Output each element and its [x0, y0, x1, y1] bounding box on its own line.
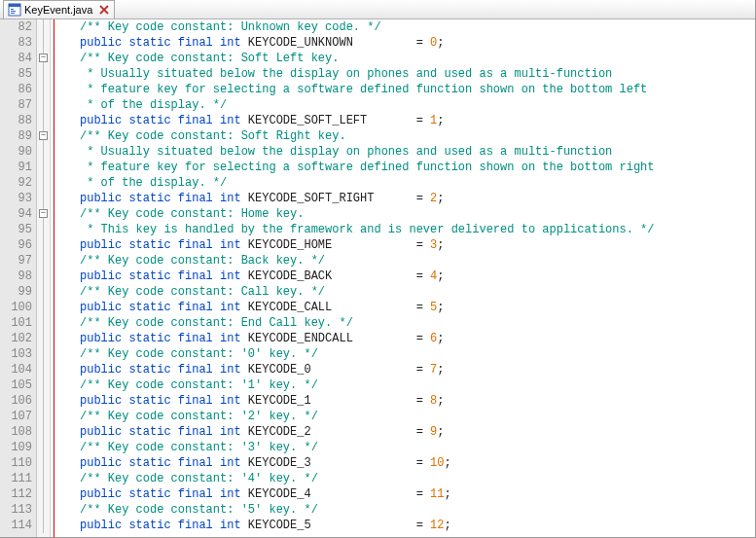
indent-margin — [54, 19, 78, 537]
token-punc: ; — [437, 269, 444, 283]
code-line[interactable]: public static final int KEYCODE_SOFT_LEF… — [80, 113, 755, 128]
tab-bar: KeyEvent.java — [0, 0, 755, 19]
code-line[interactable]: public static final int KEYCODE_UNKNOWN … — [80, 35, 755, 51]
line-number: 104 — [4, 362, 32, 377]
token-comment: /** Key code constant: '3' key. */ — [80, 441, 318, 454]
code-line[interactable]: * of the display. */ — [80, 97, 755, 113]
code-line[interactable]: /** Key code constant: '5' key. */ — [80, 502, 755, 518]
code-line[interactable]: public static final int KEYCODE_BACK = 4… — [80, 269, 755, 284]
code-line[interactable]: /** Key code constant: Soft Left key. — [80, 51, 755, 66]
line-number: 98 — [4, 269, 32, 284]
token-comment: /** Key code constant: Back key. */ — [80, 254, 325, 268]
token-punc: = — [416, 332, 430, 345]
code-line[interactable]: * feature key for selecting a software d… — [80, 82, 755, 97]
token-comment: * Usually situated below the display on … — [80, 145, 612, 159]
line-number: 82 — [4, 19, 32, 35]
code-area[interactable]: /** Key code constant: Unknown key code.… — [78, 19, 755, 537]
token-punc: ; — [437, 114, 444, 127]
token-punc: ; — [437, 301, 444, 314]
code-line[interactable]: public static final int KEYCODE_4 = 11; — [80, 486, 755, 502]
token-punc: ; — [437, 425, 444, 439]
token-kw: public static final int — [80, 456, 248, 470]
svg-rect-3 — [11, 11, 16, 12]
fold-toggle[interactable]: − — [39, 54, 48, 62]
code-line[interactable]: /** Key code constant: '4' key. */ — [80, 471, 755, 486]
token-num: 10 — [430, 456, 444, 470]
code-line[interactable]: /** Key code constant: End Call key. */ — [80, 315, 755, 331]
line-number: 105 — [4, 377, 32, 393]
code-line[interactable]: public static final int KEYCODE_ENDCALL … — [80, 331, 755, 346]
token-kw: public static final int — [80, 114, 248, 127]
java-file-icon — [8, 3, 21, 17]
token-name: KEYCODE_HOME — [248, 238, 416, 252]
token-punc: = — [416, 363, 430, 377]
token-name: KEYCODE_2 — [248, 425, 416, 439]
code-line[interactable]: public static final int KEYCODE_0 = 7; — [80, 362, 755, 377]
code-line[interactable]: public static final int KEYCODE_2 = 9; — [80, 424, 755, 440]
code-line[interactable]: * This key is handled by the framework a… — [80, 222, 755, 237]
code-line[interactable]: /** Key code constant: '0' key. */ — [80, 346, 755, 362]
token-num: 11 — [430, 487, 444, 501]
file-tab[interactable]: KeyEvent.java — [3, 0, 115, 18]
code-line[interactable]: /** Key code constant: Home key. — [80, 206, 755, 222]
code-line[interactable]: public static final int KEYCODE_1 = 8; — [80, 393, 755, 409]
code-editor[interactable]: 8283848586878889909192939495969798991001… — [0, 19, 755, 537]
token-punc: ; — [437, 363, 444, 377]
token-kw: public static final int — [80, 332, 248, 345]
fold-toggle[interactable]: − — [39, 209, 48, 218]
token-punc: = — [416, 456, 430, 470]
token-name: KEYCODE_1 — [248, 394, 416, 408]
token-punc: = — [416, 36, 430, 50]
fold-toggle[interactable]: − — [39, 131, 48, 140]
token-name: KEYCODE_SOFT_LEFT — [248, 114, 416, 127]
token-name: KEYCODE_5 — [248, 519, 416, 532]
token-comment: /** Key code constant: Unknown key code.… — [80, 20, 381, 34]
token-kw: public static final int — [80, 363, 248, 377]
token-punc: ; — [444, 519, 450, 532]
token-punc: ; — [437, 394, 444, 408]
code-line[interactable]: public static final int KEYCODE_3 = 10; — [80, 455, 755, 471]
token-punc: = — [416, 269, 430, 283]
code-line[interactable]: * feature key for selecting a software d… — [80, 160, 755, 175]
token-comment: * of the display. */ — [80, 98, 227, 112]
token-punc: = — [416, 238, 430, 252]
token-name: KEYCODE_0 — [248, 363, 416, 377]
token-name: KEYCODE_UNKNOWN — [248, 36, 416, 50]
code-line[interactable]: /** Key code constant: Unknown key code.… — [80, 19, 755, 35]
code-line[interactable]: /** Key code constant: Soft Right key. — [80, 128, 755, 144]
code-line[interactable]: /** Key code constant: '3' key. */ — [80, 440, 755, 455]
code-line[interactable]: * of the display. */ — [80, 175, 755, 191]
token-comment: /** Key code constant: '4' key. */ — [80, 472, 318, 485]
token-kw: public static final int — [80, 269, 248, 283]
code-line[interactable]: /** Key code constant: '1' key. */ — [80, 377, 755, 393]
code-line[interactable]: public static final int KEYCODE_CALL = 5… — [80, 300, 755, 315]
line-number: 111 — [4, 471, 32, 486]
fold-column[interactable]: −−− — [37, 19, 51, 537]
line-number: 88 — [4, 113, 32, 128]
code-line[interactable]: public static final int KEYCODE_SOFT_RIG… — [80, 191, 755, 206]
code-line[interactable]: public static final int KEYCODE_5 = 12; — [80, 518, 755, 533]
token-kw: public static final int — [80, 425, 248, 439]
code-line[interactable]: * Usually situated below the display on … — [80, 66, 755, 82]
code-line[interactable]: /** Key code constant: Call key. */ — [80, 284, 755, 300]
token-comment: /** Key code constant: End Call key. */ — [80, 316, 353, 330]
code-line[interactable]: public static final int KEYCODE_HOME = 3… — [80, 237, 755, 253]
line-number: 86 — [4, 82, 32, 97]
token-punc: = — [416, 519, 430, 532]
line-number-gutter: 8283848586878889909192939495969798991001… — [0, 19, 37, 537]
token-name: KEYCODE_SOFT_RIGHT — [248, 192, 416, 205]
line-number: 110 — [4, 455, 32, 471]
line-number: 93 — [4, 191, 32, 206]
token-punc: ; — [437, 36, 444, 50]
line-number: 91 — [4, 160, 32, 175]
line-number: 107 — [4, 409, 32, 424]
line-number: 109 — [4, 440, 32, 455]
close-icon[interactable] — [98, 4, 110, 16]
line-number: 85 — [4, 66, 32, 82]
code-line[interactable]: /** Key code constant: Back key. */ — [80, 253, 755, 269]
line-number: 97 — [4, 253, 32, 269]
svg-rect-2 — [11, 9, 14, 10]
code-line[interactable]: /** Key code constant: '2' key. */ — [80, 409, 755, 424]
code-line[interactable]: * Usually situated below the display on … — [80, 144, 755, 160]
line-number: 87 — [4, 97, 32, 113]
